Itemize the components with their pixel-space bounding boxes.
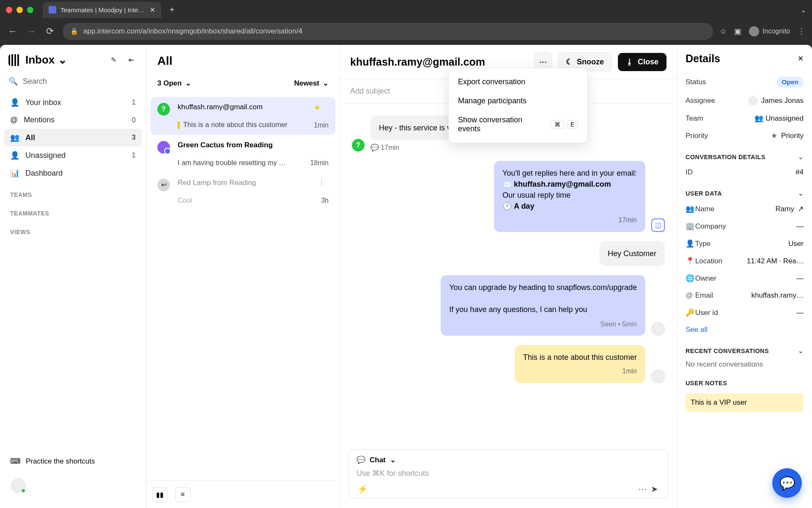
close-window-icon[interactable] bbox=[6, 7, 12, 13]
collapse-sidebar-icon[interactable]: ⇤ bbox=[125, 54, 137, 66]
note-bubble: This is a note about this customer 1min bbox=[515, 345, 645, 383]
conversation-time: 3h bbox=[321, 197, 329, 204]
compose-icon[interactable]: ✎ bbox=[107, 54, 120, 66]
menu-label: Manage participants bbox=[458, 97, 527, 105]
conversation-extra: ★ bbox=[314, 103, 329, 112]
conversation-item[interactable]: ? khuffash.ramy@gmail.com ★ This is a no… bbox=[151, 97, 335, 135]
practice-shortcuts-link[interactable]: ⌨ Practice the shortcuts bbox=[4, 451, 142, 472]
conversation-item[interactable]: Green Cactus from Reading I am having tr… bbox=[151, 135, 335, 173]
close-button[interactable]: ⭳ Close bbox=[618, 53, 667, 71]
composer-mode-switch[interactable]: 💬 Chat ⌄ bbox=[357, 456, 660, 464]
composer-input[interactable]: Use ⌘K for shortcuts bbox=[357, 469, 660, 478]
sidebar-item-unassigned[interactable]: 👤Unassigned1 bbox=[4, 146, 142, 164]
reload-button[interactable]: ⟳ bbox=[44, 26, 56, 37]
message-bubble: You can upgrade by heading to snapflows.… bbox=[441, 275, 645, 336]
nav-label: Unassigned bbox=[25, 151, 66, 160]
status-badge[interactable]: Open bbox=[776, 77, 804, 88]
nav-count: 3 bbox=[132, 133, 136, 142]
menu-show-events[interactable]: Show conversation events ⌘E bbox=[449, 110, 587, 138]
panel-icon[interactable]: ▣ bbox=[734, 27, 741, 36]
sidebar-section-views[interactable]: VIEWS bbox=[4, 219, 142, 238]
composer: 💬 Chat ⌄ Use ⌘K for shortcuts ⚡ ⋯ ➤ bbox=[348, 449, 668, 499]
conversation-badge-icon bbox=[157, 141, 170, 154]
chevron-down-icon[interactable]: ⌄ bbox=[798, 190, 804, 197]
chevron-down-icon[interactable]: ⌄ bbox=[798, 348, 804, 354]
person-icon: 👤 bbox=[686, 239, 693, 248]
layout-toggle-b[interactable]: ≡ bbox=[175, 487, 190, 502]
star-icon: ★ bbox=[770, 131, 778, 140]
user-type-label: 👤 Type bbox=[686, 239, 710, 248]
minimize-window-icon[interactable] bbox=[16, 7, 23, 13]
menu-manage-participants[interactable]: Manage participants bbox=[449, 91, 587, 110]
profile-incognito[interactable]: Incognito bbox=[749, 26, 790, 36]
user-type-value[interactable]: User bbox=[788, 240, 804, 248]
more-icon[interactable]: ⋯ bbox=[636, 484, 648, 494]
id-label: ID bbox=[686, 168, 693, 177]
user-email-value[interactable]: khuffash.ramy… bbox=[752, 291, 804, 300]
lightning-icon[interactable]: ⚡ bbox=[357, 484, 368, 494]
moon-icon: ☾ bbox=[566, 57, 573, 66]
team-value[interactable]: 👥Unassigned bbox=[754, 114, 804, 123]
sidebar-item-mentions[interactable]: @Mentions0 bbox=[4, 111, 142, 129]
bookmark-icon[interactable]: ☆ bbox=[720, 27, 727, 36]
user-company-value[interactable]: — bbox=[796, 222, 804, 231]
priority-value[interactable]: ★Priority bbox=[770, 131, 804, 140]
tab-close-icon[interactable]: ✕ bbox=[150, 6, 155, 14]
seen-indicator: Seen • 5min bbox=[449, 319, 637, 329]
close-details-icon[interactable]: ✕ bbox=[798, 54, 804, 63]
user-name-value[interactable]: Ramy ↗ bbox=[776, 204, 804, 213]
messenger-icon: 💬 bbox=[779, 476, 795, 491]
app-root: Inbox ⌄ ✎ ⇤ 🔍 Search 👤Your inbox1@Mentio… bbox=[0, 45, 812, 508]
section-conversation-details: CONVERSATION DETAILS bbox=[686, 154, 765, 160]
intercom-logo-icon[interactable] bbox=[8, 54, 20, 66]
user-owner-value[interactable]: — bbox=[796, 274, 804, 283]
url-field[interactable]: 🔒 app.intercom.com/a/inbox/nnsgmgob/inbo… bbox=[63, 23, 713, 40]
sidebar-item-all[interactable]: 👥All3 bbox=[4, 129, 142, 146]
sidebar-item-your-inbox[interactable]: 👤Your inbox1 bbox=[4, 94, 142, 111]
search-button[interactable]: 🔍 Search bbox=[8, 77, 137, 86]
kebab-menu-icon[interactable]: ⋮ bbox=[798, 27, 805, 36]
sidebar-section-teammates[interactable]: TEAMMATES bbox=[4, 201, 142, 219]
forward-button[interactable]: → bbox=[25, 26, 37, 37]
messenger-launcher[interactable]: 💬 bbox=[772, 468, 802, 498]
chevron-down-icon[interactable]: ⌄ bbox=[798, 154, 804, 160]
back-button[interactable]: ← bbox=[7, 26, 19, 37]
details-panel: Details ✕ StatusOpen AssigneeJames Jonas… bbox=[677, 45, 812, 508]
conversation-item[interactable]: ↩ Red Lamp from Reading Cool 3h bbox=[151, 173, 335, 210]
assignee-value[interactable]: James Jonas bbox=[749, 96, 804, 105]
send-icon[interactable]: ➤ bbox=[648, 484, 660, 494]
nav-icon: 👤 bbox=[10, 151, 19, 160]
nav-count: 1 bbox=[132, 98, 136, 107]
user-id-value[interactable]: — bbox=[796, 309, 804, 317]
user-location-value[interactable]: 11:42 AM · Rea… bbox=[747, 257, 804, 265]
external-link-icon[interactable]: ↗ bbox=[798, 204, 804, 213]
browser-tab[interactable]: Teammates | Moodjoy | Interco ✕ bbox=[43, 2, 161, 18]
incognito-icon bbox=[749, 26, 759, 36]
message-text: You can upgrade by heading to snapflows.… bbox=[449, 282, 637, 293]
conversation-extra bbox=[321, 179, 329, 186]
open-filter[interactable]: 3 Open ⌄ bbox=[157, 79, 191, 88]
see-all-link[interactable]: See all bbox=[686, 321, 804, 338]
user-note[interactable]: This is a VIP user bbox=[686, 393, 804, 412]
layout-toggle-a[interactable]: ▮▮ bbox=[152, 487, 167, 502]
menu-label: Show conversation events bbox=[458, 116, 546, 133]
nav-icon: 👤 bbox=[10, 98, 19, 107]
people-icon: 👥 bbox=[686, 204, 693, 213]
sort-control[interactable]: Newest ⌄ bbox=[294, 79, 329, 88]
tabs-menu-icon[interactable]: ⌄ bbox=[801, 6, 806, 14]
menu-export-conversation[interactable]: Export conversation bbox=[449, 72, 587, 91]
conversation-title: khuffash.ramy@gmail.com bbox=[350, 56, 528, 68]
current-user-avatar[interactable] bbox=[11, 478, 25, 493]
new-tab-button[interactable]: + bbox=[167, 5, 177, 15]
maximize-window-icon[interactable] bbox=[27, 7, 33, 13]
conversation-badge-icon: ↩ bbox=[157, 179, 170, 191]
nav-label: Your inbox bbox=[25, 98, 61, 107]
sidebar-item-dashboard[interactable]: 📊Dashboard bbox=[4, 164, 142, 182]
conversation-title: Red Lamp from Reading bbox=[178, 179, 316, 187]
url-text: app.intercom.com/a/inbox/nnsgmgob/inbox/… bbox=[83, 27, 302, 36]
message-thread: ? Hey - this service is very cool. How c… bbox=[340, 104, 677, 443]
sidebar-section-teams[interactable]: TEAMS bbox=[4, 182, 142, 201]
chevron-down-icon: ⌄ bbox=[390, 456, 396, 464]
inbox-switcher[interactable]: Inbox ⌄ bbox=[25, 53, 67, 66]
conversation-actions-menu: Export conversation Manage participants … bbox=[448, 68, 588, 143]
